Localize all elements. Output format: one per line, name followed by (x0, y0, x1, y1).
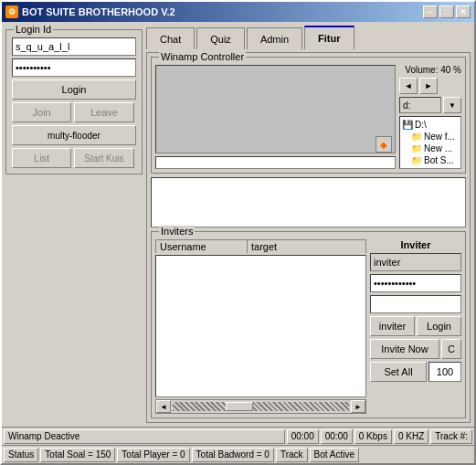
drive-dropdown[interactable]: ▼ (443, 97, 461, 113)
window-title: BOT SUITE BROTHERHOOD V.2 (22, 6, 175, 17)
chat-display (151, 177, 466, 227)
file-tree[interactable]: 💾 D:\ 📁 New f... 📁 New ... (399, 116, 461, 169)
tab-content: Winamp Controller ◆ Volume: 40 % (146, 52, 471, 423)
prev-button[interactable]: ◄ (399, 78, 418, 94)
join-button[interactable]: Join (12, 102, 71, 122)
tab-admin[interactable]: Admin (247, 27, 302, 49)
tab-fitur[interactable]: Fitur (304, 26, 354, 49)
folder-icon: 📁 (411, 143, 422, 153)
start-kuis-button[interactable]: Start Kuis (74, 148, 133, 168)
main-window: ⚙ BOT SUITE BROTHERHOOD V.2 ─ □ ✕ Login … (0, 0, 476, 465)
winamp-display (155, 65, 396, 153)
title-bar: ⚙ BOT SUITE BROTHERHOOD V.2 ─ □ ✕ (2, 2, 474, 22)
close-button[interactable]: ✕ (456, 5, 471, 18)
inviters-label: Inviters (159, 226, 195, 237)
winamp-main: ◆ Volume: 40 % ◄ ► (155, 65, 461, 169)
login-id-label: Login Id (14, 24, 53, 35)
kbps-display: 0 Kbps (354, 429, 392, 444)
col-username: Username (156, 240, 248, 253)
table-scrollbar: ◄ ► (155, 399, 366, 414)
drive-icon: 💾 (402, 120, 413, 130)
time2-display: 00:00 (321, 429, 353, 444)
app-icon: ⚙ (5, 5, 18, 18)
track-label: Track (276, 448, 308, 462)
login-id-group: Login Id Login Join Leave multy-flooder … (5, 29, 143, 174)
inviters-section: Inviters Username target ◄ (151, 231, 466, 418)
winamp-status-bar (155, 156, 396, 169)
minimize-button[interactable]: ─ (423, 5, 438, 18)
scroll-thumb[interactable] (226, 402, 253, 411)
list-button[interactable]: List (12, 148, 71, 168)
scroll-left-button[interactable]: ◄ (156, 400, 171, 413)
status-bar-2: Status Total Soal = 150 Total Player = 0… (2, 445, 474, 463)
winamp-controls: Volume: 40 % ◄ ► d: ▼ (399, 65, 461, 169)
counter-display: 100 (428, 362, 461, 382)
total-soal-display: Total Soal = 150 (40, 448, 115, 462)
inviter-phone-input[interactable]: +6285xxxxxxxxx (370, 295, 461, 313)
c-button[interactable]: C (441, 339, 461, 359)
tabs-bar: Chat Quiz Admin Fitur (146, 26, 471, 49)
scroll-right-button[interactable]: ► (351, 400, 365, 413)
invite-now-button[interactable]: Invite Now (370, 339, 439, 359)
table-header: Username target (155, 239, 366, 253)
folder-icon: 📁 (411, 132, 422, 142)
tree-item[interactable]: 📁 New f... (402, 131, 459, 143)
inviter-login-button[interactable]: Login (417, 316, 461, 336)
drive-select: d: ▼ (399, 97, 461, 113)
total-player-display: Total Player = 0 (117, 448, 189, 462)
next-button[interactable]: ► (419, 78, 438, 94)
track-display: Track #: (430, 429, 472, 444)
status-label: Status (4, 448, 38, 462)
password-input[interactable] (12, 58, 136, 77)
inviters-table-body (155, 255, 366, 397)
set-all-row: Set All 100 (370, 362, 461, 382)
multy-flooder-button[interactable]: multy-flooder (12, 125, 136, 145)
set-all-button[interactable]: Set All (370, 362, 427, 382)
tab-chat[interactable]: Chat (146, 27, 195, 49)
pos-indicator: ◆ (376, 136, 392, 153)
time1-display: 00:00 (287, 429, 319, 444)
tab-quiz[interactable]: Quiz (196, 27, 245, 49)
bot-active-display: Bot Active (310, 448, 359, 462)
username-input[interactable] (12, 37, 136, 56)
title-controls: ─ □ ✕ (423, 5, 471, 18)
login-button[interactable]: Login (12, 79, 136, 100)
inviter-action-row: inviter Login (370, 316, 461, 336)
right-panel: Chat Quiz Admin Fitur Winamp Controller (146, 26, 471, 423)
left-panel: Login Id Login Join Leave multy-flooder … (5, 26, 143, 423)
inviter-pass-input[interactable] (370, 274, 461, 292)
content-area: Login Id Login Join Leave multy-flooder … (2, 22, 474, 427)
inviters-table-area: Username target ◄ ► (155, 239, 366, 414)
drive-display: d: (399, 97, 441, 113)
inviter-button[interactable]: inviter (370, 316, 415, 336)
winamp-section: Winamp Controller ◆ Volume: 40 % (151, 57, 466, 174)
maximize-button[interactable]: □ (439, 5, 454, 18)
tree-item[interactable]: 📁 Bot S... (402, 154, 459, 166)
folder-icon: 📁 (411, 155, 422, 165)
invite-now-row: Invite Now C (370, 339, 461, 359)
winamp-deactive-status: Winamp Deactive (4, 429, 285, 444)
title-bar-left: ⚙ BOT SUITE BROTHERHOOD V.2 (5, 5, 175, 18)
nav-buttons: ◄ ► (399, 78, 461, 94)
volume-label: Volume: 40 % (399, 65, 461, 75)
tree-item[interactable]: 💾 D:\ (402, 119, 459, 131)
scroll-track[interactable] (173, 402, 349, 411)
col-target: target (248, 240, 365, 253)
tree-item[interactable]: 📁 New ... (402, 143, 459, 154)
status-bar-1: Winamp Deactive 00:00 00:00 0 Kbps 0 KHZ… (2, 427, 474, 445)
inviter-name-input[interactable] (370, 253, 461, 271)
total-badword-display: Total Badword = 0 (192, 448, 274, 462)
inviter-panel-label: Inviter (370, 239, 461, 250)
khz-display: 0 KHZ (394, 429, 428, 444)
inviter-panel: Inviter +6285xxxxxxxxx inviter Login Inv… (370, 239, 461, 414)
winamp-label: Winamp Controller (159, 51, 246, 62)
leave-button[interactable]: Leave (74, 102, 133, 122)
